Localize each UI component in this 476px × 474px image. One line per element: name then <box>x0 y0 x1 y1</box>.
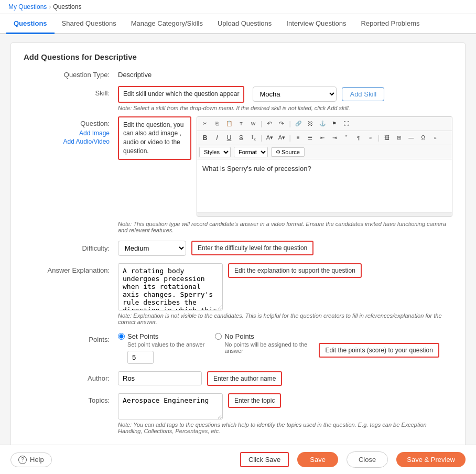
difficulty-select[interactable]: Medium <box>118 241 186 256</box>
set-points-radio[interactable] <box>118 333 125 340</box>
tab-shared-questions[interactable]: Shared Questions <box>55 14 124 34</box>
indent-btn[interactable]: ⇥ <box>329 133 340 143</box>
set-points-label[interactable]: Set Points <box>118 332 204 340</box>
copy-btn[interactable]: ⎘ <box>211 118 223 129</box>
font-color-btn[interactable]: A▾ <box>264 133 275 143</box>
question-label-area: Question: Add Image Add Audio/Video <box>24 116 118 145</box>
editor-wrapper: ✂ ⎘ 📋 T W | ↶ ↷ | 🔗 ⛓ ⚓ ⚑ ⛶ <box>197 116 452 217</box>
hr-btn[interactable]: — <box>405 133 417 143</box>
author-row: Author: Enter the author name <box>24 371 452 386</box>
skill-label: Skill: <box>24 86 118 97</box>
topics-annotation-box: Enter the topic <box>228 393 281 408</box>
breadcrumb-current: Questions <box>53 3 81 10</box>
source-btn[interactable]: ⚙ Source <box>271 147 305 157</box>
div-btn[interactable]: ¶ <box>353 133 364 143</box>
italic-btn[interactable]: I <box>211 133 223 143</box>
tab-manage-category[interactable]: Manage Category/Skills <box>124 14 210 34</box>
styles-select[interactable]: Styles <box>199 147 231 157</box>
breadcrumb-sep: › <box>49 3 51 10</box>
points-input[interactable] <box>127 351 154 364</box>
question-editor-area: Edit the question, you can also add imag… <box>118 116 452 217</box>
format-select[interactable]: Format <box>234 147 268 157</box>
redo-btn[interactable]: ↷ <box>276 118 287 129</box>
save-preview-button[interactable]: Save & Preview <box>396 452 466 467</box>
help-button[interactable]: ? Help <box>10 453 52 467</box>
points-label: Points: <box>24 332 118 343</box>
explanation-note: Note: Explanation is not visible to the … <box>118 313 452 325</box>
outdent-btn[interactable]: ⇤ <box>317 133 328 143</box>
topics-note: Note: You can add tags to the questions … <box>118 422 452 434</box>
ol-btn[interactable]: ≡ <box>293 133 304 143</box>
tab-questions[interactable]: Questions <box>6 14 55 34</box>
form-area: Add Questions for Descriptive Question T… <box>10 42 466 451</box>
paste-btn[interactable]: 📋 <box>223 118 235 129</box>
special-char-btn[interactable]: Ω <box>417 133 429 143</box>
topics-note-row: Note: You can add tags to the questions … <box>24 422 452 434</box>
unlink-btn[interactable]: ⛓ <box>305 118 316 129</box>
no-points-label[interactable]: No Points <box>215 332 308 340</box>
paste-word-btn[interactable]: W <box>247 118 259 129</box>
topics-label: Topics: <box>24 393 118 404</box>
maximize-btn[interactable]: ⛶ <box>341 118 352 129</box>
source-icon: ⚙ <box>276 149 280 155</box>
anchor-btn[interactable]: ⚓ <box>317 118 328 129</box>
skill-row: Skill: Edit skill under which the questi… <box>24 86 452 111</box>
toolbar-row3: Styles Format ⚙ Source <box>197 145 452 159</box>
no-points-sublabel: No points will be assigned to the answer <box>224 341 308 354</box>
toolbar-row2: B I U S Tx | A▾ A▾ | ≡ ☰ ⇤ ⇥ " ¶ <box>197 131 452 145</box>
add-audio-link[interactable]: Add Audio/Video <box>24 138 110 145</box>
topics-textarea[interactable] <box>118 393 223 419</box>
explanation-label: Answer Explanation: <box>24 263 118 274</box>
click-save-annotation: Click Save <box>240 452 289 467</box>
close-button[interactable]: Close <box>347 451 388 468</box>
strike-btn[interactable]: S <box>235 133 247 143</box>
undo-btn[interactable]: ↶ <box>264 118 275 129</box>
add-skill-button[interactable]: Add Skill <box>342 87 384 101</box>
resize-handle[interactable] <box>197 212 452 216</box>
author-annotation-box: Enter the author name <box>207 371 282 386</box>
breadcrumb-parent[interactable]: My Questions <box>8 3 47 10</box>
set-points-sublabel: Set point values to the answer <box>127 341 204 348</box>
question-note-row: Note: This question type will record can… <box>24 221 452 233</box>
tab-reported-problems[interactable]: Reported Problems <box>353 14 427 34</box>
question-annotation-box: Edit the question, you can also add imag… <box>118 116 191 160</box>
table-btn[interactable]: ⊞ <box>393 133 405 143</box>
bottom-center: Click Save Save Close Save & Preview <box>240 451 466 468</box>
more2-btn[interactable]: » <box>429 133 441 143</box>
skill-select[interactable]: Mocha <box>253 87 337 102</box>
difficulty-label: Difficulty: <box>24 244 118 252</box>
question-type-label: Question Type: <box>24 71 118 79</box>
explanation-textarea[interactable] <box>118 263 223 310</box>
insert-img-btn[interactable]: 🖼 <box>381 133 393 143</box>
author-input[interactable] <box>118 371 202 385</box>
points-row: Points: Set Points Set point values to t… <box>24 332 452 364</box>
explanation-annotation-box: Edit the explanation to support the ques… <box>228 263 362 278</box>
difficulty-annotation-box: Enter the difficulty level for the quest… <box>191 241 313 255</box>
nav-tabs: Questions Shared Questions Manage Catego… <box>0 14 476 34</box>
no-points-radio[interactable] <box>215 333 222 340</box>
skill-controls: Edit skill under which the question appe… <box>118 86 452 111</box>
no-points-group: No Points No points will be assigned to … <box>215 332 308 354</box>
explanation-row: Answer Explanation: Edit the explanation… <box>24 263 452 310</box>
underline-btn[interactable]: U <box>223 133 235 143</box>
breadcrumb: My Questions › Questions <box>0 0 476 14</box>
main-content: Add Questions for Descriptive Question T… <box>0 34 476 474</box>
save-button[interactable]: Save <box>297 452 338 467</box>
cut-btn[interactable]: ✂ <box>199 118 211 129</box>
more-btn[interactable]: » <box>365 133 376 143</box>
blockquote-btn[interactable]: " <box>341 133 352 143</box>
link-btn[interactable]: 🔗 <box>293 118 304 129</box>
question-note: Note: This question type will record can… <box>118 221 452 233</box>
bg-color-btn[interactable]: A▾ <box>276 133 287 143</box>
ul-btn[interactable]: ☰ <box>305 133 316 143</box>
subscript-btn[interactable]: Tx <box>247 133 259 143</box>
bold-btn[interactable]: B <box>199 133 211 143</box>
question-type-row: Question Type: Descriptive <box>24 71 452 79</box>
editor-body[interactable]: What is Sperry's rule of precession? <box>197 159 452 212</box>
tab-upload-questions[interactable]: Upload Questions <box>210 14 279 34</box>
paste-text-btn[interactable]: T <box>235 118 247 129</box>
flag-btn[interactable]: ⚑ <box>329 118 340 129</box>
skill-note: Note: Select a skill from the drop-down … <box>118 105 452 111</box>
tab-interview-questions[interactable]: Interview Questions <box>279 14 353 34</box>
add-image-link[interactable]: Add Image <box>24 130 110 137</box>
